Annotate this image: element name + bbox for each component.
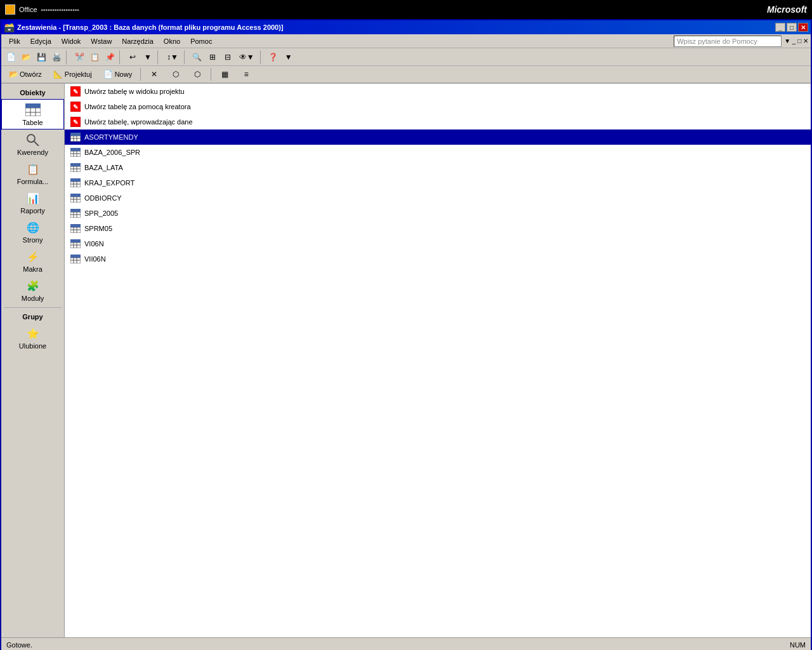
tb-help[interactable]: ❓ (266, 50, 280, 64)
sidebar-groups-title: Grupy (1, 310, 64, 323)
table-odbiorcy[interactable]: ODBIORCY (65, 190, 811, 206)
svg-rect-43 (70, 209, 81, 212)
app-titlebar-left: 🗃️ Zestawienia - [Transp_2003 : Baza dan… (4, 22, 284, 32)
raporty-label: Raporty (20, 207, 45, 215)
btn-unknown2[interactable]: ⬡ (188, 67, 207, 81)
menubar-extra-controls: ▼ _ □ ✕ (784, 37, 808, 44)
tb-sort[interactable]: ↕▼ (164, 50, 181, 64)
sidebar-item-raporty[interactable]: 📊 Raporty (1, 188, 64, 217)
btn-view-details[interactable]: ≡ (237, 67, 256, 81)
tb-sep-4 (184, 50, 188, 64)
new-icon: 📄 (103, 69, 114, 79)
sidebar-item-kwerendy[interactable]: Kwerendy (1, 129, 64, 159)
tb-find[interactable]: 🔍 (190, 50, 204, 64)
main-content: Obiekty Tabele (1, 84, 811, 637)
table-icon-vii06n (70, 254, 81, 264)
minimize-button[interactable]: _ (775, 23, 785, 32)
icon-unknown1: ⬡ (171, 69, 181, 79)
moduly-icon: 🧩 (24, 278, 42, 293)
table-name-asortymendy: ASORTYMENDY (84, 133, 138, 141)
tb-new-rec[interactable]: ⊞ (206, 50, 219, 64)
table-baza-2006[interactable]: BAZA_2006_SPR (65, 145, 811, 160)
delete-icon: ✕ (149, 69, 159, 79)
svg-rect-25 (70, 163, 81, 166)
tb-new[interactable]: 📄 (4, 50, 18, 64)
outer-titlebar: Office ▪▪▪▪▪▪▪▪▪▪▪▪▪▪▪▪▪ Microsoft (0, 0, 812, 19)
tb-sep-5 (260, 50, 264, 64)
table-spr-2005[interactable]: SPR_2005 (65, 206, 811, 221)
tb-open[interactable]: 📂 (19, 50, 33, 64)
tb2-sep-1 (140, 68, 141, 81)
table-name-kraj-export: KRAJ_EXPORT (84, 179, 134, 187)
table-name-sprm05: SPRM05 (84, 225, 112, 232)
table-name-baza-2006: BAZA_2006_SPR (84, 149, 140, 156)
btn-delete[interactable]: ✕ (145, 67, 164, 81)
ulubione-label: Ulubione (19, 342, 46, 350)
close-button[interactable]: ✕ (798, 23, 808, 32)
menu-narzedzia[interactable]: Narzędzia (117, 36, 159, 46)
table-vii06n[interactable]: VII06N (65, 251, 811, 267)
tb-filter[interactable]: ▼ (141, 50, 155, 64)
view-large-icon: ▦ (219, 69, 230, 79)
create-wizard[interactable]: ✎ Utwórz tabelę za pomocą kreatora (65, 99, 811, 114)
sidebar-item-makra[interactable]: ⚡ Makra (1, 246, 64, 275)
office-label: Office (19, 6, 37, 13)
menu-okno[interactable]: Okno (159, 36, 185, 46)
btn-open[interactable]: 📂 Otwórz (4, 67, 46, 81)
svg-rect-19 (70, 148, 81, 151)
sidebar-item-ulubione[interactable]: ⭐ Ulubione (1, 323, 64, 352)
tb-del-rec[interactable]: ⊟ (221, 50, 235, 64)
btn-open-label: Otwórz (20, 70, 42, 78)
status-text: Gotowe. (6, 641, 32, 649)
restore-button[interactable]: □ (787, 23, 797, 32)
create-icon-2: ✎ (70, 102, 81, 112)
table-vi06n[interactable]: VI06N (65, 236, 811, 251)
create-project-view[interactable]: ✎ Utwórz tabelę w widoku projektu (65, 84, 811, 99)
svg-rect-13 (70, 133, 81, 136)
toolbar-db: 📂 Otwórz 📐 Projektuj 📄 Nowy ✕ ⬡ ⬡ ▦ ≡ (1, 66, 811, 84)
tb-save[interactable]: 💾 (34, 50, 48, 64)
tb-sep-3 (157, 50, 161, 64)
btn-unknown1[interactable]: ⬡ (166, 67, 185, 81)
table-icon-asortymendy (70, 132, 81, 142)
tabele-label: Tabele (22, 119, 43, 126)
tb-cut[interactable]: ✂️ (72, 50, 86, 64)
tb-undo[interactable]: ↩ (126, 50, 140, 64)
sidebar-item-tabele[interactable]: Tabele (1, 99, 64, 129)
btn-design[interactable]: 📐 Projektuj (49, 67, 96, 81)
menu-widok[interactable]: Widok (56, 36, 86, 46)
table-asortymendy[interactable]: ASORTYMENDY (65, 129, 811, 145)
table-baza-lata[interactable]: BAZA_LATA (65, 160, 811, 175)
tb-print[interactable]: 🖨️ (49, 50, 63, 64)
table-kraj-export[interactable]: KRAJ_EXPORT (65, 175, 811, 190)
create-by-entering[interactable]: ✎ Utwórz tabelę, wprowadzając dane (65, 114, 811, 129)
table-sprm05[interactable]: SPRM05 (65, 221, 811, 236)
tb-paste[interactable]: 📌 (103, 50, 117, 64)
menu-edycja[interactable]: Edycja (25, 36, 56, 46)
kwerendy-icon (24, 132, 42, 147)
sidebar-item-moduly[interactable]: 🧩 Moduły (1, 275, 64, 305)
sidebar-item-strony[interactable]: 🌐 Strony (1, 217, 64, 246)
app-icon: 🗃️ (4, 22, 15, 32)
formularze-label: Formula... (17, 178, 49, 185)
tb-view[interactable]: 👁▼ (236, 50, 258, 64)
btn-view-large[interactable]: ▦ (215, 67, 234, 81)
menu-pomoc[interactable]: Pomoc (185, 36, 217, 46)
statusbar: Gotowe. NUM (1, 637, 811, 650)
sidebar-item-formularze[interactable]: 📋 Formula... (1, 159, 64, 188)
tb-help2[interactable]: ▼ (282, 50, 296, 64)
tabele-icon (24, 102, 42, 117)
svg-rect-5 (25, 103, 41, 108)
menu-wstaw[interactable]: Wstaw (86, 36, 117, 46)
tb-sep-1 (66, 50, 70, 64)
tb-copy[interactable]: 📋 (88, 50, 102, 64)
menu-plik[interactable]: Plik (4, 36, 25, 46)
toolbar-main: 📄 📂 💾 🖨️ ✂️ 📋 📌 ↩ ▼ ↕▼ 🔍 ⊞ ⊟ 👁▼ ❓ ▼ (1, 48, 811, 66)
table-icon-spr-2005 (70, 208, 81, 218)
outer-toolbar-icons: ▪▪▪▪▪▪▪▪▪▪▪▪▪▪▪▪▪ (41, 6, 79, 13)
svg-rect-61 (70, 255, 81, 258)
kwerendy-label: Kwerendy (17, 149, 48, 156)
help-search[interactable]: Wpisz pytanie do Pomocy (674, 36, 782, 47)
btn-new[interactable]: 📄 Nowy (99, 67, 137, 81)
create-icon-1: ✎ (70, 86, 81, 96)
